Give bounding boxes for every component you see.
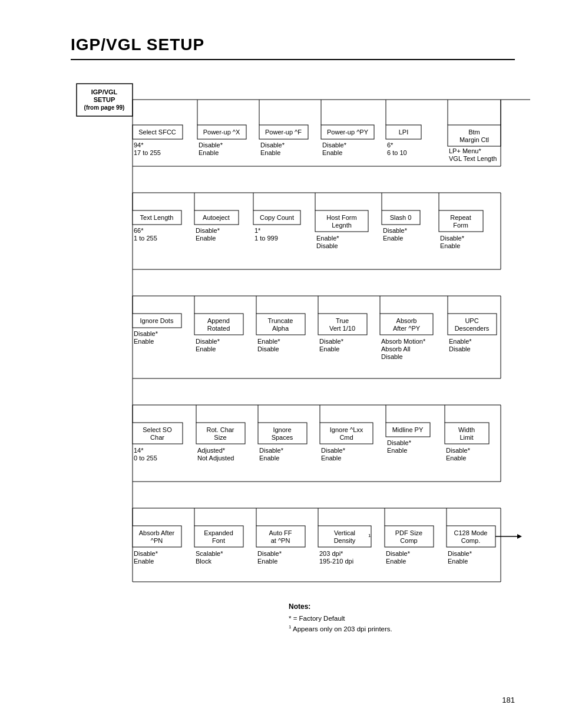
svg-text:Absorb: Absorb: [396, 317, 417, 324]
svg-text:Ignore: Ignore: [273, 426, 291, 433]
svg-text:Char: Char: [150, 434, 164, 441]
notes-title: Notes:: [289, 602, 515, 611]
page-number: 181: [502, 696, 515, 704]
svg-text:Disable*: Disable*: [196, 338, 220, 345]
svg-text:Enable*: Enable*: [257, 338, 280, 345]
svg-text:Disable*: Disable*: [134, 330, 158, 337]
svg-text:Enable: Enable: [386, 558, 406, 565]
svg-text:Enable: Enable: [446, 454, 466, 462]
svg-text:6*: 6*: [387, 141, 394, 149]
svg-text:Enable*: Enable*: [316, 235, 339, 242]
svg-text:LP+ Menu*: LP+ Menu*: [449, 147, 481, 154]
footnote-note: 1 Appears only on 203 dpi printers.: [289, 624, 515, 634]
svg-text:Disable*: Disable*: [386, 550, 411, 557]
svg-text:Descenders: Descenders: [455, 325, 490, 332]
svg-text:Disable*: Disable*: [260, 141, 285, 149]
svg-text:Disable*: Disable*: [134, 550, 158, 557]
svg-text:After ^PY: After ^PY: [393, 325, 421, 332]
svg-text:Vert 1/10: Vert 1/10: [329, 325, 355, 332]
svg-text:Enable: Enable: [196, 235, 216, 242]
svg-text:Disable*: Disable*: [319, 338, 344, 345]
svg-text:Enable: Enable: [196, 345, 216, 353]
svg-text:Disable*: Disable*: [199, 141, 223, 149]
svg-text:Width: Width: [458, 426, 475, 433]
svg-text:Enable: Enable: [387, 447, 407, 454]
page-title: IGP/VGL SETUP: [71, 35, 515, 54]
svg-text:Truncate: Truncate: [267, 317, 293, 324]
svg-text:Enable*: Enable*: [449, 338, 472, 345]
svg-text:Disable*: Disable*: [448, 550, 472, 557]
svg-text:Copy Count: Copy Count: [260, 214, 294, 221]
svg-text:at ^PN: at ^PN: [271, 537, 290, 544]
svg-text:Enable: Enable: [319, 345, 339, 353]
svg-text:LPI: LPI: [399, 129, 409, 136]
svg-text:Select SO: Select SO: [143, 426, 172, 433]
svg-text:Disable*: Disable*: [387, 439, 412, 446]
svg-text:Disable: Disable: [257, 345, 279, 353]
svg-text:Power-up ^X: Power-up ^X: [203, 129, 240, 136]
svg-text:Comp.: Comp.: [461, 537, 480, 544]
svg-text:SETUP: SETUP: [94, 96, 115, 103]
svg-text:1*: 1*: [254, 227, 261, 234]
svg-text:Form: Form: [453, 222, 468, 229]
svg-text:Enable: Enable: [199, 149, 219, 156]
svg-text:Disable: Disable: [381, 353, 403, 360]
svg-text:14*: 14*: [134, 447, 144, 454]
svg-text:66*: 66*: [134, 227, 144, 234]
page-container: IGP/VGL SETUP IGP/VGL SETUP (from page 9…: [0, 0, 562, 670]
notes-section: Notes: * = Factory Default 1 Appears onl…: [289, 602, 515, 635]
svg-text:Enable: Enable: [260, 149, 280, 156]
svg-text:Block: Block: [196, 558, 211, 565]
svg-text:UPC: UPC: [465, 317, 478, 324]
svg-text:Enable: Enable: [259, 454, 279, 462]
svg-text:Vertical: Vertical: [334, 529, 355, 536]
svg-text:Midline PY: Midline PY: [392, 426, 424, 433]
svg-marker-201: [517, 534, 522, 539]
svg-text:Legnth: Legnth: [332, 222, 352, 229]
svg-text:Disable*: Disable*: [196, 227, 220, 234]
svg-text:Absorb Motion*: Absorb Motion*: [381, 338, 426, 345]
svg-text:Spaces: Spaces: [272, 434, 293, 441]
svg-text:Disable*: Disable*: [322, 141, 347, 149]
factory-default-note: * = Factory Default: [289, 613, 515, 624]
svg-text:Scalable*: Scalable*: [196, 550, 223, 557]
svg-text:Auto FF: Auto FF: [269, 529, 292, 536]
svg-text:Disable*: Disable*: [440, 235, 465, 242]
svg-text:Enable: Enable: [383, 235, 403, 242]
svg-text:Disable*: Disable*: [321, 447, 346, 454]
svg-text:Enable: Enable: [440, 242, 460, 249]
svg-text:Enable: Enable: [134, 338, 154, 345]
svg-text:Autoeject: Autoeject: [203, 214, 230, 221]
svg-text:Not Adjusted: Not Adjusted: [197, 454, 234, 462]
svg-text:Disable*: Disable*: [257, 550, 282, 557]
footnote-superscript: 1: [289, 625, 291, 630]
svg-text:Enable: Enable: [257, 558, 277, 565]
svg-text:Repeat: Repeat: [450, 214, 471, 221]
svg-text:Enable: Enable: [448, 558, 468, 565]
title-divider: [71, 59, 515, 60]
svg-text:Ignore ^Lxx: Ignore ^Lxx: [330, 426, 363, 433]
svg-text:Absorb After: Absorb After: [139, 529, 175, 536]
svg-text:Select SFCC: Select SFCC: [138, 129, 176, 136]
diagram-svg: IGP/VGL SETUP (from page 99) Select SFCC…: [71, 78, 530, 585]
svg-text:(from page 99): (from page 99): [84, 104, 125, 111]
svg-text:94*: 94*: [134, 141, 144, 149]
svg-text:Comp: Comp: [400, 537, 417, 544]
svg-text:Ignore Dots: Ignore Dots: [140, 317, 174, 324]
svg-text:VGL Text Length: VGL Text Length: [449, 155, 497, 162]
svg-text:Enable: Enable: [321, 454, 341, 462]
svg-text:0 to 255: 0 to 255: [134, 454, 157, 462]
svg-text:Rot. Char: Rot. Char: [206, 426, 234, 433]
svg-text:Slash 0: Slash 0: [390, 214, 412, 221]
svg-text:Font: Font: [212, 537, 225, 544]
svg-text:True: True: [336, 317, 349, 324]
svg-text:Disable*: Disable*: [383, 227, 408, 234]
footnote-text: Appears only on 203 dpi printers.: [293, 625, 392, 633]
svg-text:Text Length: Text Length: [140, 214, 174, 221]
svg-text:Append: Append: [207, 317, 230, 324]
svg-text:PDF Size: PDF Size: [395, 529, 422, 536]
svg-text:Adjusted*: Adjusted*: [197, 447, 226, 454]
svg-text:1 to 999: 1 to 999: [254, 235, 278, 242]
svg-text:Alpha: Alpha: [272, 325, 289, 332]
svg-text:Absorb All: Absorb All: [381, 345, 411, 353]
